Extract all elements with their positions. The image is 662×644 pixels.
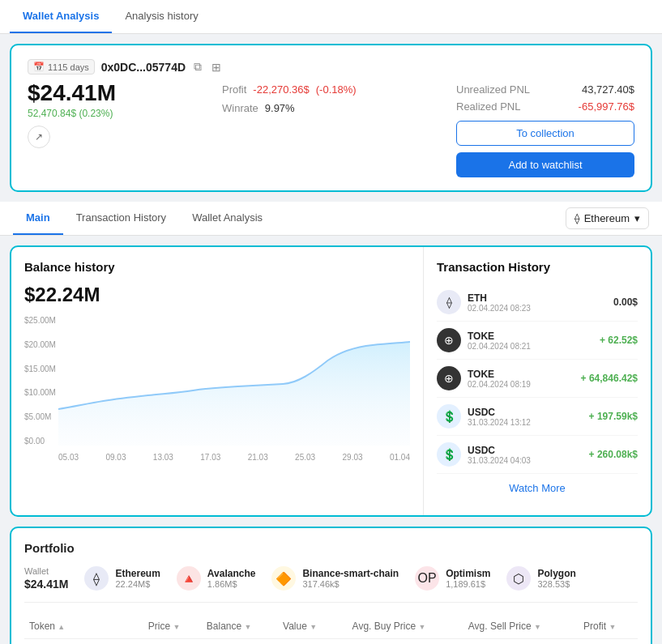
- chains-row: Wallet $24.41M ⟠ Ethereum 22.24M$ 🔺 Aval…: [24, 566, 638, 603]
- wallet-summary: Wallet $24.41M: [24, 566, 68, 591]
- tx-item-usdc-2: 💲 USDC 31.03.2024 04:03 + 260.08k$: [437, 436, 638, 474]
- eth-icon: ⟠: [437, 290, 461, 314]
- toke-icon-1: ⊕: [437, 328, 461, 352]
- chart-svg-area: [58, 316, 410, 446]
- portfolio-title: Portfolio: [24, 541, 638, 555]
- wallet-stats-center: Profit -22,270.36$ (-0.18%) Winrate 9.97…: [190, 80, 456, 114]
- ethereum-icon: ⟠: [574, 212, 579, 224]
- tx-info-usdc2: USDC 31.03.2024 04:03: [468, 445, 583, 465]
- usdc-icon-1: 💲: [437, 404, 461, 429]
- col-price[interactable]: Price ▼: [143, 614, 202, 639]
- tx-info-toke2: TOKE 02.04.2024 08:19: [468, 369, 574, 389]
- wallet-header: 📅 1115 days 0x0DC...05774D ⧉ ⊞: [28, 58, 634, 75]
- tx-info-toke1: TOKE 02.04.2024 08:21: [468, 331, 593, 351]
- wallet-address: 0x0DC...05774D: [101, 61, 186, 74]
- tx-item-usdc-1: 💲 USDC 31.03.2024 13:12 + 197.59k$: [437, 398, 638, 436]
- balance-amount: $22.24M: [24, 284, 410, 306]
- toke-icon-2: ⊕: [437, 366, 461, 390]
- col-profit[interactable]: Profit ▼: [579, 614, 638, 639]
- tx-info-usdc1: USDC 31.03.2024 13:12: [468, 407, 583, 427]
- col-token[interactable]: Token ▲: [24, 614, 143, 639]
- main-content: Balance history $22.24M $25.00M $20.00M …: [10, 245, 652, 517]
- sort-price-icon: ▼: [173, 623, 181, 631]
- chain-ethereum: ⟠ Ethereum 22.24M$: [84, 566, 160, 591]
- tx-item-toke-2: ⊕ TOKE 02.04.2024 08:19 + 64,846.42$: [437, 360, 638, 398]
- avg-buy-cell: -: [348, 639, 463, 645]
- avg-sell-cell: -: [463, 639, 579, 645]
- tx-info-eth: ETH 02.04.2024 08:23: [468, 292, 607, 313]
- price-cell: 0.549$: [143, 639, 202, 645]
- portfolio-section: Portfolio Wallet $24.41M ⟠ Ethereum 22.2…: [10, 527, 652, 644]
- balance-section: Balance history $22.24M $25.00M $20.00M …: [11, 247, 424, 515]
- watchlist-button[interactable]: Add to watchlist: [456, 152, 634, 177]
- tx-history-title: Transaction History: [437, 260, 638, 274]
- sort-avgsell-icon: ▼: [534, 623, 541, 631]
- wallet-actions: To collection Add to watchlist: [456, 121, 634, 177]
- chain-avalanche: 🔺 Avalanche 1.86M$: [177, 566, 256, 591]
- wallet-age-badge: 📅 1115 days: [28, 59, 95, 75]
- sort-token-icon: ▲: [58, 623, 65, 631]
- tab-transaction-history[interactable]: Transaction History: [63, 202, 180, 235]
- profit-cell: -: [579, 639, 638, 645]
- top-tabs: Wallet Analysis Analysis history: [0, 0, 662, 34]
- col-avg-buy[interactable]: Avg. Buy Price ▼: [348, 614, 463, 639]
- wallet-change: 52,470.84$ (0.23%): [28, 108, 190, 119]
- calendar-icon: 📅: [33, 62, 45, 72]
- usdc-icon-2: 💲: [437, 442, 461, 467]
- qr-button[interactable]: ⊞: [210, 59, 223, 75]
- watch-more-link[interactable]: Watch More: [437, 474, 638, 502]
- tab-wallet-analysis[interactable]: Wallet Analysis: [10, 0, 112, 33]
- balance-chart: $25.00M $20.00M $15.00M $10.00M $5.00M $…: [24, 316, 410, 462]
- wallet-stats-right: Unrealized PNL 43,727.40$ Realized PNL -…: [456, 80, 634, 177]
- section-tabs: Main Transaction History Wallet Analysis…: [0, 202, 662, 236]
- bsc-chain-icon: 🔶: [271, 566, 296, 591]
- col-balance[interactable]: Balance ▼: [202, 614, 278, 639]
- sort-value-icon: ▼: [310, 623, 317, 631]
- optimism-chain-icon: OP: [415, 566, 439, 591]
- balance-history-title: Balance history: [24, 260, 410, 274]
- col-value[interactable]: Value ▼: [278, 614, 348, 639]
- wallet-card: 📅 1115 days 0x0DC...05774D ⧉ ⊞ $24.41M 5…: [10, 44, 652, 192]
- winrate-stat: Winrate 9.97%: [222, 102, 456, 114]
- chain-polygon: ⬡ Polygon 328.53$: [506, 566, 575, 591]
- chart-x-labels: 05.03 09.03 13.03 17.03 21.03 25.03 29.0…: [58, 453, 410, 462]
- transaction-history-section: Transaction History ⟠ ETH 02.04.2024 08:…: [424, 247, 651, 515]
- realized-pnl: Realized PNL -65,997.76$: [456, 100, 634, 113]
- token-table: Token ▲ Price ▼ Balance ▼ Value ▼ Avg. B…: [24, 614, 638, 644]
- table-row: 1IN 1INCH Ethereum 0.549$ 333.33k 183.02…: [24, 639, 638, 645]
- chain-bsc: 🔶 Binance-smart-chain 317.46k$: [271, 566, 399, 591]
- ethereum-chain-icon: ⟠: [84, 566, 109, 591]
- value-cell: 183.02k$: [278, 639, 348, 645]
- sort-avgbuy-icon: ▼: [418, 623, 425, 631]
- tx-item-toke-1: ⊕ TOKE 02.04.2024 08:21 + 62.52$: [437, 322, 638, 360]
- tab-main[interactable]: Main: [13, 202, 63, 235]
- chevron-down-icon: ▾: [634, 212, 640, 224]
- tab-analysis-history[interactable]: Analysis history: [112, 0, 211, 33]
- chart-y-labels: $25.00M $20.00M $15.00M $10.00M $5.00M $…: [24, 316, 58, 446]
- wallet-body: $24.41M 52,470.84$ (0.23%) ↗ Profit -22,…: [28, 80, 634, 177]
- wallet-balance: $24.41M: [28, 80, 190, 106]
- collection-button[interactable]: To collection: [456, 121, 634, 146]
- profit-stat: Profit -22,270.36$ (-0.18%): [222, 83, 456, 96]
- share-button[interactable]: ↗: [28, 126, 50, 148]
- chain-optimism: OP Optimism 1,189.61$: [415, 566, 490, 591]
- polygon-chain-icon: ⬡: [506, 566, 531, 591]
- sort-balance-icon: ▼: [245, 623, 252, 631]
- col-avg-sell[interactable]: Avg. Sell Price ▼: [463, 614, 579, 639]
- unrealized-pnl: Unrealized PNL 43,727.40$: [456, 83, 634, 96]
- network-selector[interactable]: ⟠ Ethereum ▾: [566, 207, 649, 229]
- balance-cell: 333.33k: [202, 639, 278, 645]
- token-cell: 1IN 1INCH Ethereum: [24, 639, 143, 645]
- wallet-left: $24.41M 52,470.84$ (0.23%) ↗: [28, 80, 190, 148]
- avalanche-chain-icon: 🔺: [177, 566, 201, 591]
- tab-wallet-analysis-sec[interactable]: Wallet Analysis: [179, 202, 275, 235]
- copy-button[interactable]: ⧉: [192, 58, 203, 75]
- sort-profit-icon: ▼: [609, 623, 616, 631]
- tx-item-eth: ⟠ ETH 02.04.2024 08:23 0.00$: [437, 284, 638, 322]
